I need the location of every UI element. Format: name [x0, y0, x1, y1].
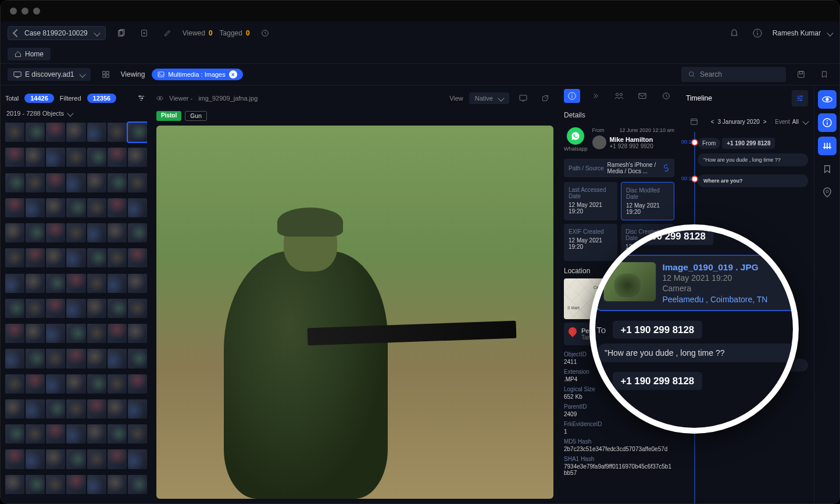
thumbnail[interactable] — [87, 198, 106, 217]
tab-contacts[interactable] — [611, 89, 627, 103]
thumbnail[interactable] — [87, 324, 106, 343]
filter-button[interactable] — [135, 92, 147, 104]
thumbnail[interactable] — [108, 248, 127, 267]
thumbnail[interactable] — [5, 349, 24, 368]
thumbnail[interactable] — [46, 148, 65, 167]
thumbnail[interactable] — [5, 198, 24, 217]
thumbnail[interactable] — [108, 374, 127, 394]
thumbnail[interactable] — [108, 299, 127, 318]
thumbnail[interactable] — [66, 148, 85, 167]
thumbnail[interactable] — [87, 424, 106, 444]
remove-tag-button[interactable]: × — [229, 70, 237, 78]
thumbnail[interactable] — [108, 223, 127, 242]
thumbnail[interactable] — [5, 449, 24, 469]
thumbnail[interactable] — [87, 148, 106, 167]
tab-info[interactable] — [564, 89, 580, 103]
thumbnail[interactable] — [66, 274, 85, 293]
new-doc-button[interactable] — [136, 25, 152, 41]
thumbnail[interactable] — [26, 299, 45, 318]
thumbnail[interactable] — [5, 299, 24, 318]
thumbnail[interactable] — [128, 173, 147, 192]
thumbnail[interactable] — [46, 223, 65, 242]
thumbnail[interactable] — [87, 223, 106, 242]
thumbnail[interactable] — [5, 424, 24, 444]
thumbnail[interactable] — [128, 475, 147, 494]
edit-button[interactable] — [159, 25, 176, 41]
thumbnail[interactable] — [66, 399, 85, 419]
thumbnail[interactable] — [87, 123, 106, 142]
thumbnail[interactable] — [66, 299, 85, 318]
thumbnail[interactable] — [66, 223, 85, 242]
thumbnail[interactable] — [128, 198, 147, 217]
tag-gun[interactable]: Gun — [185, 111, 207, 121]
rail-location-button[interactable] — [818, 183, 837, 202]
thumbnail[interactable] — [128, 274, 147, 293]
thumbnail[interactable] — [128, 248, 147, 267]
thumbnail[interactable] — [128, 299, 147, 318]
thumbnail[interactable] — [5, 374, 24, 394]
thumbnail[interactable] — [128, 324, 147, 343]
thumbnail[interactable] — [108, 123, 127, 142]
thumbnail[interactable] — [46, 449, 65, 469]
rail-bookmark-button[interactable] — [818, 160, 837, 178]
thumbnail[interactable] — [46, 399, 65, 419]
thumbnail[interactable] — [87, 475, 106, 494]
thumbnail[interactable] — [46, 274, 65, 293]
thumbnail[interactable] — [87, 299, 106, 318]
notifications-button[interactable] — [726, 25, 742, 41]
thumbnail[interactable] — [66, 349, 85, 368]
thumbnail[interactable] — [108, 324, 127, 343]
thumbnail[interactable] — [108, 399, 127, 419]
minimize-window[interactable] — [22, 8, 28, 15]
thumbnail[interactable] — [87, 248, 106, 267]
thumbnail[interactable] — [5, 324, 24, 343]
thumbnail[interactable] — [46, 198, 65, 217]
thumbnail[interactable] — [46, 173, 65, 192]
timeline-settings-button[interactable] — [792, 90, 808, 106]
thumbnail[interactable] — [108, 349, 127, 368]
thumbnail[interactable] — [66, 424, 85, 444]
thumbnail[interactable] — [128, 148, 147, 167]
thumbnail[interactable] — [26, 223, 45, 242]
present-button[interactable] — [515, 90, 531, 106]
thumbnail[interactable] — [128, 449, 147, 469]
thumbnail[interactable] — [26, 449, 45, 469]
thumbnail[interactable] — [66, 449, 85, 469]
thumbnail[interactable] — [5, 475, 24, 494]
popout-button[interactable] — [537, 90, 553, 106]
thumbnail[interactable] — [108, 449, 127, 469]
thumbnail[interactable] — [5, 274, 24, 293]
thumbnail[interactable] — [66, 374, 85, 394]
case-selector[interactable]: Case 819920-10029 — [8, 26, 106, 40]
filter-tag[interactable]: Multimedia : Images × — [152, 69, 242, 80]
thumbnail[interactable] — [66, 123, 85, 142]
thumbnail[interactable] — [26, 475, 45, 494]
thumbnail[interactable] — [26, 248, 45, 267]
home-tab[interactable]: Home — [8, 48, 51, 60]
thumbnail[interactable] — [128, 123, 147, 142]
thumbnail[interactable] — [26, 198, 45, 217]
thumbnail[interactable] — [108, 198, 127, 217]
thumbnail[interactable] — [66, 248, 85, 267]
tab-messages[interactable] — [634, 89, 650, 103]
thumbnail[interactable] — [5, 223, 24, 242]
maximize-window[interactable] — [33, 8, 40, 15]
thumbnail[interactable] — [5, 123, 24, 142]
thumbnail[interactable] — [46, 324, 65, 343]
thumbnail[interactable] — [108, 475, 127, 494]
tag-pistol[interactable]: Pistol — [156, 111, 181, 121]
search-input[interactable]: Search — [681, 67, 786, 82]
thumbnail[interactable] — [128, 399, 147, 419]
thumbnail[interactable] — [87, 274, 106, 293]
thumbnail[interactable] — [26, 399, 45, 419]
thumbnail[interactable] — [26, 123, 45, 142]
thumbnail[interactable] — [108, 424, 127, 444]
thumbnail[interactable] — [26, 349, 45, 368]
thumbnail[interactable] — [46, 349, 65, 368]
copy-button[interactable] — [113, 25, 129, 41]
thumbnail[interactable] — [26, 274, 45, 293]
grid-view-button[interactable] — [98, 66, 114, 83]
date-navigator[interactable]: <3 Janurary 2020> — [711, 119, 767, 125]
thumbnail[interactable] — [46, 299, 65, 318]
thumbnail[interactable] — [87, 374, 106, 394]
